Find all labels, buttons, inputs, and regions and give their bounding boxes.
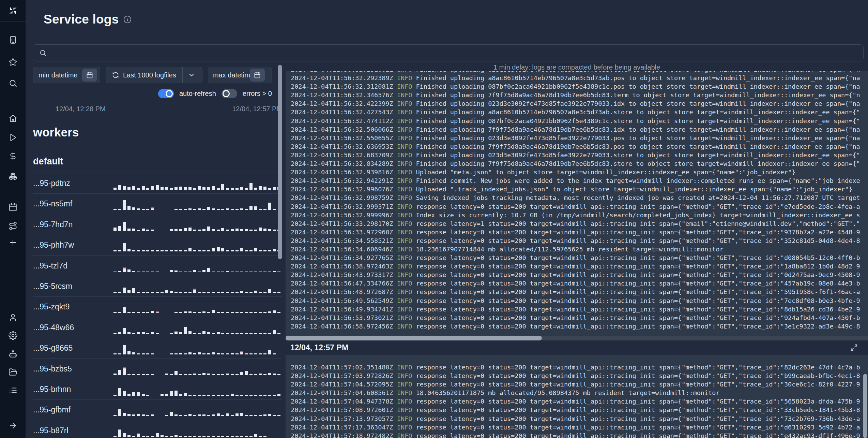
log-line: 2024-12-04T11:56:34.927765Z INFO respons… [286, 253, 868, 262]
logfiles-dropdown-button[interactable] [182, 67, 201, 83]
min-datetime-filter[interactable]: min datetime [33, 67, 100, 83]
activity-bar [179, 332, 182, 334]
vertical-scrollbar-thumb[interactable] [863, 374, 867, 438]
activity-bar [202, 311, 205, 313]
activity-bar-ok-segment [231, 353, 234, 354]
horizontal-scrollbar-thumb[interactable] [286, 336, 542, 340]
max-datetime-filter[interactable]: max datetime [208, 67, 272, 83]
activity-bar-slot [240, 382, 245, 396]
activity-bar-slot [263, 217, 268, 231]
activity-bar-slot [254, 382, 259, 396]
activity-bar [118, 292, 121, 293]
activity-bar-ok-segment [231, 436, 234, 437]
activity-bar-slot [142, 279, 147, 293]
sidebar-item-play[interactable] [0, 129, 26, 146]
errors-filter-label: errors > 0 [243, 90, 272, 98]
activity-bar-slot [127, 403, 132, 416]
worker-row[interactable]: ...95-48w66 [33, 317, 282, 338]
sidebar-item-arrow-right[interactable] [0, 417, 26, 435]
worker-row[interactable]: ...95-g8665 [33, 338, 282, 359]
activity-bar-slot [207, 300, 212, 313]
log-message: 18.046356201171875 mb allocated/95.08984… [412, 389, 719, 396]
worker-row[interactable]: ...95-zqkt9 [33, 296, 282, 317]
worker-row[interactable]: ...95-phh7w [33, 235, 282, 256]
activity-bar [259, 228, 262, 231]
sidebar-item-dollar[interactable] [0, 147, 26, 165]
activity-bar-ok-segment [127, 351, 131, 354]
activity-bar-ok-segment [231, 292, 234, 293]
log-level: INFO [397, 220, 412, 227]
activity-bar-slot [221, 403, 226, 416]
activity-bar [142, 414, 145, 416]
worker-row[interactable]: ...95-brhnn [33, 379, 282, 400]
worker-row[interactable]: ...95-gfbmf [33, 399, 282, 420]
activity-bar [193, 312, 196, 313]
log-line: 2024-12-04T11:56:32.636953Z INFO Finishe… [286, 142, 868, 151]
activity-bar-ok-segment [249, 272, 253, 272]
worker-row[interactable]: ...95-b87rl [33, 420, 282, 438]
search-input[interactable] [51, 49, 863, 57]
worker-row[interactable]: ...95-bzbs5 [33, 359, 282, 379]
sidebar-item-home[interactable] [0, 110, 26, 127]
sidebar-item-route[interactable] [0, 217, 26, 235]
activity-bar [188, 374, 192, 375]
activity-bar-ok-segment [146, 436, 149, 437]
worker-row[interactable]: ...95-7hd7n [33, 214, 282, 235]
sidebar-item-star[interactable] [0, 53, 26, 71]
sidebar-item-folder[interactable] [0, 363, 26, 381]
max-datetime-calendar-button[interactable] [250, 69, 265, 82]
activity-bar [245, 229, 248, 231]
activity-bar [226, 250, 229, 251]
sidebar-item-plus[interactable] [0, 234, 26, 251]
left-panel-scrollbar[interactable] [278, 65, 282, 259]
logfiles-refresh-segment[interactable]: Last 1000 logfiles [106, 67, 182, 83]
windmill-logo[interactable] [0, 0, 26, 21]
activity-bar [217, 332, 220, 334]
sidebar-item-search[interactable] [0, 74, 26, 92]
activity-bar-slot [245, 217, 249, 231]
sidebar-item-boxes[interactable] [0, 167, 26, 185]
activity-bar-ok-segment [259, 415, 262, 416]
activity-bar [217, 312, 220, 313]
sidebar-item-settings[interactable] [0, 327, 26, 345]
expand-button[interactable] [848, 344, 860, 352]
activity-bar-slot [235, 341, 240, 354]
worker-row[interactable]: ...95-pdtnz [33, 173, 282, 194]
min-datetime-calendar-button[interactable] [82, 69, 97, 82]
errors-filter-toggle[interactable] [222, 89, 237, 98]
worker-row[interactable]: ...95-ns5mf [33, 193, 282, 214]
sidebar-item-calendar[interactable] [0, 198, 26, 216]
list-icon [9, 386, 17, 395]
sidebar-item-bot[interactable] [0, 345, 26, 363]
info-icon[interactable] [123, 15, 132, 24]
log-level: INFO [397, 177, 412, 184]
activity-bar [174, 209, 178, 210]
activity-bar-ok-segment [170, 391, 173, 396]
horizontal-scrollbar-track[interactable] [286, 336, 868, 340]
activity-bar [137, 292, 140, 293]
sidebar-item-user[interactable] [0, 309, 26, 326]
sidebar-item-building[interactable] [0, 31, 26, 49]
top-log-pane[interactable]: 2024-12-04T11:56:32.251002Z INFO Finishe… [286, 71, 868, 336]
auto-refresh-toggle[interactable] [158, 89, 174, 98]
activity-bar [188, 248, 192, 251]
worker-row[interactable]: ...95-tzl7d [33, 256, 282, 276]
log-level: INFO [397, 398, 412, 405]
activity-bar-ok-segment [118, 271, 121, 272]
activity-bar [249, 183, 253, 190]
activity-bar-slot [142, 341, 147, 354]
activity-bar-ok-segment [188, 187, 192, 190]
activity-bar [188, 208, 192, 210]
activity-bar-slot [137, 382, 142, 396]
activity-bar-ok-segment [118, 332, 121, 334]
activity-bar-slot [273, 403, 278, 416]
activity-bar-ok-segment [259, 353, 262, 354]
activity-bar-ok-segment [174, 292, 178, 293]
worker-row[interactable]: ...95-5rcsm [33, 276, 282, 297]
activity-bar-slot [174, 279, 179, 293]
sidebar-item-list[interactable] [0, 381, 26, 399]
activity-bar [127, 351, 131, 354]
log-line: 2024-12-04T11:57:04.947378Z INFO respons… [286, 397, 868, 406]
bottom-log-pane[interactable]: 2024-12-04T11:57:02.351480Z INFO respons… [286, 355, 868, 438]
activity-bar-ok-segment [198, 436, 201, 437]
